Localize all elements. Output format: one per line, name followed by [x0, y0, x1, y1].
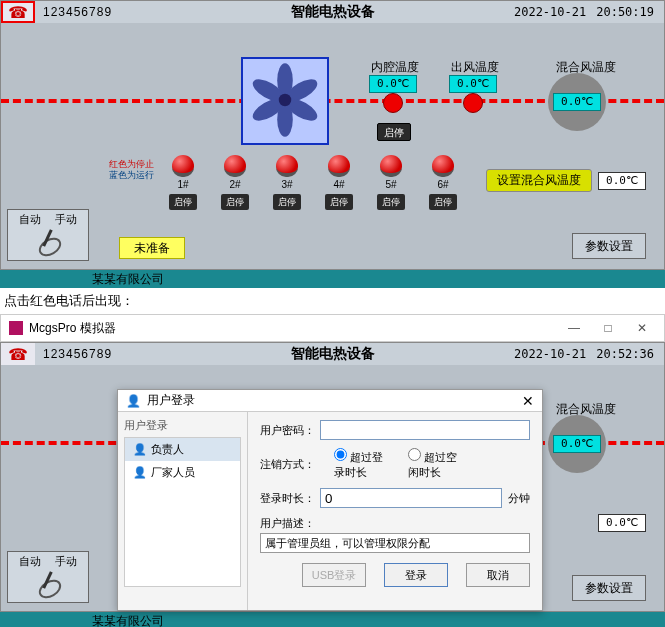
- heater-3: 3#启停: [273, 155, 301, 210]
- bulb-icon: [432, 155, 454, 177]
- heater-5: 5#启停: [377, 155, 405, 210]
- heater-toggle-button[interactable]: 启停: [221, 194, 249, 210]
- set-mix-temp-input[interactable]: 0.0℃: [598, 514, 646, 532]
- time-display: 20:50:19: [596, 5, 654, 19]
- heater-label: 3#: [281, 179, 292, 190]
- param-settings-button[interactable]: 参数设置: [572, 575, 646, 601]
- cancel-button[interactable]: 取消: [466, 563, 530, 587]
- svg-point-6: [279, 93, 291, 105]
- login-dialog: 👤 用户登录 ✕ 用户登录 👤负责人 👤厂家人员 用户密码： 注销方式： 超过: [117, 389, 543, 611]
- bulb-icon: [172, 155, 194, 177]
- radio-idle-duration[interactable]: 超过空闲时长: [408, 448, 468, 480]
- dialog-button-row: USB登录 登录 取消: [260, 563, 530, 587]
- outlet-temp-label: 出风温度: [451, 59, 499, 76]
- heater-label: 6#: [437, 179, 448, 190]
- user-item-label: 厂家人员: [151, 465, 195, 480]
- radio-input[interactable]: [334, 448, 347, 461]
- minimize-button[interactable]: —: [560, 321, 588, 335]
- cavity-temp-value: 0.0℃: [369, 75, 417, 93]
- mode-switch-box: 自动 手动: [7, 209, 89, 261]
- ready-status: 未准备: [119, 237, 185, 259]
- date-display: 2022-10-21: [514, 347, 586, 361]
- bulb-icon: [328, 155, 350, 177]
- mix-temp-value: 0.0℃: [553, 435, 601, 453]
- heater-label: 5#: [385, 179, 396, 190]
- mode-manual-label: 手动: [55, 554, 77, 569]
- mode-manual-label: 手动: [55, 212, 77, 227]
- fan-icon: [246, 61, 324, 142]
- legend-blue: 蓝色为运行: [109, 170, 154, 181]
- heater-toggle-button[interactable]: 启停: [273, 194, 301, 210]
- heater-lights-row: 1#启停 2#启停 3#启停 4#启停 5#启停 6#启停: [169, 155, 457, 210]
- password-input[interactable]: [320, 420, 530, 440]
- user-item-manager[interactable]: 👤负责人: [125, 438, 240, 461]
- phone-button[interactable]: ☎: [1, 343, 35, 365]
- footer-bar: 某某有限公司: [0, 612, 665, 627]
- dialog-close-button[interactable]: ✕: [522, 393, 534, 409]
- param-settings-button[interactable]: 参数设置: [572, 233, 646, 259]
- bulb-icon: [276, 155, 298, 177]
- footer-bar: 某某有限公司: [0, 270, 665, 288]
- phone-button[interactable]: ☎: [1, 1, 35, 23]
- heater-toggle-button[interactable]: 启停: [429, 194, 457, 210]
- outlet-sensor-icon: [463, 93, 483, 113]
- radio-input[interactable]: [408, 448, 421, 461]
- usb-login-button[interactable]: USB登录: [302, 563, 366, 587]
- fan-toggle-button[interactable]: 启停: [377, 123, 411, 141]
- mix-temp-gauge: 0.0℃: [548, 415, 606, 473]
- maximize-button[interactable]: □: [594, 321, 622, 335]
- mix-temp-gauge: 0.0℃: [548, 73, 606, 131]
- top-bar: ☎ 123456789 智能电热设备 2022-10-21 20:50:19: [1, 1, 664, 23]
- heater-toggle-button[interactable]: 启停: [325, 194, 353, 210]
- user-desc-label: 用户描述：: [260, 516, 530, 531]
- heater-label: 4#: [333, 179, 344, 190]
- dialog-body: 用户登录 👤负责人 👤厂家人员 用户密码： 注销方式： 超过登录时长 超过空闲时…: [118, 412, 542, 610]
- logout-mode-label: 注销方式：: [260, 457, 320, 472]
- heater-toggle-button[interactable]: 启停: [377, 194, 405, 210]
- mode-switch[interactable]: [28, 229, 68, 259]
- duration-input[interactable]: [320, 488, 502, 508]
- heater-1: 1#启停: [169, 155, 197, 210]
- user-desc-value: 属于管理员组，可以管理权限分配: [260, 533, 530, 553]
- set-mix-temp-input[interactable]: 0.0℃: [598, 172, 646, 190]
- instruction-caption: 点击红色电话后出现：: [4, 292, 665, 310]
- set-mix-temp-row: 设置混合风温度 0.0℃: [486, 169, 646, 192]
- date-display: 2022-10-21: [514, 5, 586, 19]
- bulb-icon: [380, 155, 402, 177]
- phone-icon: ☎: [8, 3, 28, 22]
- phone-number: 123456789: [43, 347, 112, 361]
- bulb-icon: [224, 155, 246, 177]
- top-bar: ☎ 123456789 智能电热设备 2022-10-21 20:52:36: [1, 343, 664, 365]
- login-form: 用户密码： 注销方式： 超过登录时长 超过空闲时长 登录时长： 分钟 用户描述：…: [248, 412, 542, 610]
- person-icon: 👤: [133, 466, 147, 479]
- cavity-sensor-icon: [383, 93, 403, 113]
- radio-login-duration[interactable]: 超过登录时长: [334, 448, 394, 480]
- main-panel-1: ☎ 123456789 智能电热设备 2022-10-21 20:50:19 启…: [0, 0, 665, 270]
- close-button[interactable]: ✕: [628, 321, 656, 335]
- mode-auto-label: 自动: [19, 212, 41, 227]
- user-icon: 👤: [126, 394, 141, 408]
- status-legend: 红色为停止 蓝色为运行: [109, 159, 154, 181]
- heater-6: 6#启停: [429, 155, 457, 210]
- dialog-titlebar: 👤 用户登录 ✕: [118, 390, 542, 412]
- password-label: 用户密码：: [260, 423, 320, 438]
- heater-2: 2#启停: [221, 155, 249, 210]
- user-list-panel: 用户登录 👤负责人 👤厂家人员: [118, 412, 248, 610]
- phone-icon: ☎: [8, 345, 28, 364]
- outlet-temp-value: 0.0℃: [449, 75, 497, 93]
- duration-unit: 分钟: [508, 491, 530, 506]
- app-logo-icon: [9, 321, 23, 335]
- mode-auto-label: 自动: [19, 554, 41, 569]
- app-title: 智能电热设备: [291, 345, 375, 363]
- user-list: 👤负责人 👤厂家人员: [124, 437, 241, 587]
- legend-red: 红色为停止: [109, 159, 154, 170]
- heater-label: 2#: [229, 179, 240, 190]
- mode-switch[interactable]: [28, 571, 68, 601]
- heater-toggle-button[interactable]: 启停: [169, 194, 197, 210]
- fan-display: [241, 57, 329, 145]
- person-icon: 👤: [133, 443, 147, 456]
- cavity-temp-label: 内腔温度: [371, 59, 419, 76]
- login-button[interactable]: 登录: [384, 563, 448, 587]
- user-item-factory[interactable]: 👤厂家人员: [125, 461, 240, 484]
- simulator-title: McgsPro 模拟器: [29, 320, 116, 337]
